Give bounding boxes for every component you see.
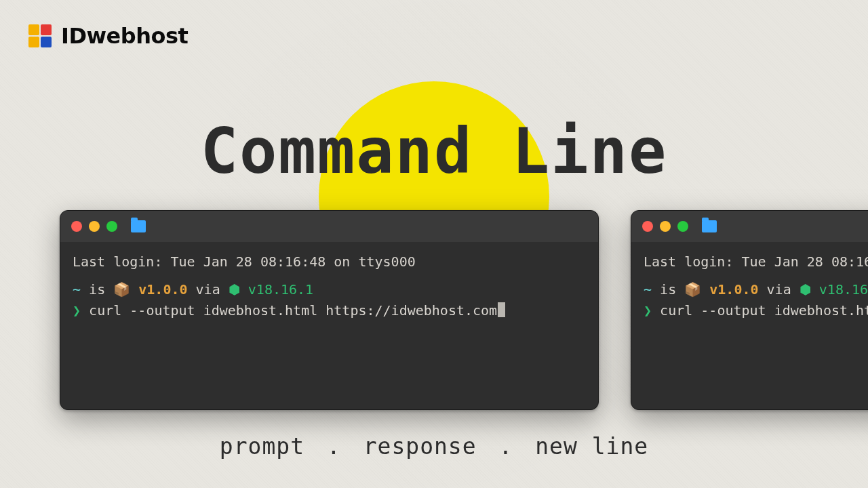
page-title: Command Line [0, 115, 868, 188]
brand-logo: IDwebhost [28, 23, 188, 49]
command-text: curl --output idwebhost.ht [660, 302, 868, 319]
footer-sep: . [327, 433, 341, 460]
terminal-window-secondary: Last login: Tue Jan 28 08:16 ~ is 📦 v1.0… [631, 210, 868, 410]
ps1-tilde: ~ [644, 281, 652, 298]
terminal-window-primary: Last login: Tue Jan 28 08:16:48 on ttys0… [60, 210, 599, 410]
logo-mark-icon [28, 24, 54, 47]
last-login-line: Last login: Tue Jan 28 08:16:48 on ttys0… [73, 251, 586, 272]
package-icon: 📦 [684, 281, 701, 298]
minimize-icon[interactable] [660, 221, 671, 232]
last-login-line: Last login: Tue Jan 28 08:16 [644, 251, 868, 272]
package-version: v1.0.0 [138, 281, 187, 298]
ps1-tilde: ~ [73, 281, 81, 298]
maximize-icon[interactable] [677, 221, 688, 232]
footer-newline: new line [535, 433, 648, 460]
prompt-char: ❯ [644, 302, 652, 319]
logo-text: IDwebhost [61, 23, 188, 49]
close-icon[interactable] [71, 221, 82, 232]
package-icon: 📦 [113, 281, 130, 298]
ps1-is: is [660, 281, 676, 298]
footer-line: prompt . response . new line [0, 433, 868, 460]
command-line: ❯ curl --output idwebhost.ht [644, 300, 868, 321]
node-icon: ⬢ [229, 281, 240, 298]
node-version: v18.16.1 [819, 281, 868, 298]
minimize-icon[interactable] [89, 221, 100, 232]
node-icon: ⬢ [800, 281, 811, 298]
terminal-titlebar [60, 211, 598, 242]
footer-prompt: prompt [220, 433, 304, 460]
close-icon[interactable] [642, 221, 653, 232]
footer-sep: . [498, 433, 513, 460]
ps1-line: ~ is 📦 v1.0.0 via ⬢ v18.16.1 [73, 279, 586, 300]
terminal-titlebar [631, 211, 868, 242]
package-version: v1.0.0 [709, 281, 758, 298]
ps1-is: is [89, 281, 105, 298]
footer-response: response [363, 433, 477, 460]
folder-icon [131, 220, 146, 232]
ps1-line: ~ is 📦 v1.0.0 via ⬢ v18.16.1 [644, 279, 868, 300]
ps1-via: via [767, 281, 791, 298]
ps1-via: via [196, 281, 220, 298]
maximize-icon[interactable] [106, 221, 117, 232]
terminal-body[interactable]: Last login: Tue Jan 28 08:16 ~ is 📦 v1.0… [631, 242, 868, 331]
folder-icon [702, 220, 717, 232]
cursor-icon [498, 302, 505, 317]
command-text: curl --output idwebhost.html https://idw… [89, 302, 497, 319]
prompt-char: ❯ [73, 302, 81, 319]
node-version: v18.16.1 [248, 281, 313, 298]
terminal-body[interactable]: Last login: Tue Jan 28 08:16:48 on ttys0… [60, 242, 598, 331]
command-line: ❯ curl --output idwebhost.html https://i… [73, 300, 586, 321]
